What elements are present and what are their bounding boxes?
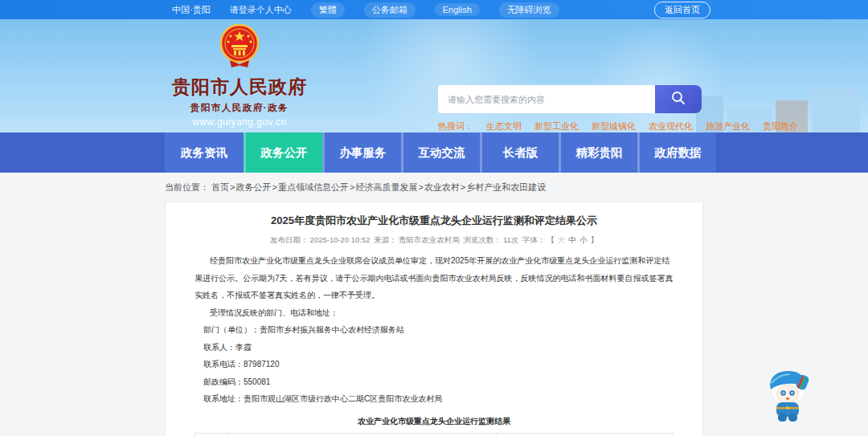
font-size-option-1[interactable]: 中 [568,235,576,244]
nav-tab-6[interactable]: 政府数据 [637,132,716,173]
source-value: 贵阳市农业农村局 [399,235,460,244]
publish-date: 2025-10-20 10:52 [310,235,371,244]
hot-search-label: 热搜词： [438,120,473,132]
breadcrumb-label: 当前位置： [165,182,209,192]
font-size-options: 大中小 [556,235,589,244]
article-title: 2025年度贵阳市农业产业化市级重点龙头企业运行监测和评定结果公示 [194,214,674,228]
topbar-link-1[interactable]: 请登录个人中心 [230,4,292,16]
hot-search-term-4[interactable]: 旅游产业化 [706,120,750,132]
topbar-link-5[interactable]: 无障碍浏览 [499,2,559,18]
table-header-0: 序号 [195,433,229,436]
article-body: 经贵阳市农业产业化市级重点龙头企业联席会议成员单位审定，现对2025年开展的农业… [194,252,674,408]
breadcrumb-path: 首页>政务公开>重点领域信息公开>经济高质量发展>农业农村>乡村产业和农田建设 [211,182,546,192]
search-input[interactable] [438,85,655,113]
breadcrumb-separator: > [461,182,465,192]
nav-tab-4[interactable]: 长者版 [480,132,559,173]
hot-search-row: 热搜词： 生态文明新型工业化新型城镇化农业现代化旅游产业化贵阳简介 [438,120,702,132]
views-label: 浏览次数： [463,235,502,244]
contact-line-0: 部门（单位）：贵阳市乡村振兴服务中心农村经济服务站 [203,321,674,339]
breadcrumb-separator: > [230,182,235,192]
return-home-button[interactable]: 返回首页 [654,2,710,18]
contact-line-2: 联系电话：87987120 [203,356,674,373]
mascot-widget[interactable] [762,364,813,423]
topbar: 中国·贵阳请登录个人中心繁體公务邮箱English无障碍浏览 返回首页 [0,0,868,19]
contact-line-3: 邮政编码：550081 [203,373,674,391]
header-banner: 贵阳市人民政府 贵阳市人民政府·政务 www.guiyang.gov.cn 热搜… [0,19,868,132]
table-header-2: 监测结果 [496,433,673,436]
national-emblem-icon [219,59,260,72]
breadcrumb-item-3[interactable]: 经济高质量发展 [355,182,417,192]
table-caption: 农业产业化市级重点龙头企业运行监测结果 [194,416,674,427]
breadcrumb-separator: > [272,182,277,192]
hot-search-term-1[interactable]: 新型工业化 [534,120,579,132]
topbar-link-3[interactable]: 公务邮箱 [364,2,416,18]
table-header-row: 序号企业名称监测结果 [195,433,674,436]
contact-line-1: 联系人：李霞 [203,339,674,357]
monitoring-result-table: 序号企业名称监测结果 1贵州合力超市采购有限公司合格2贵州友禾种业有限公司合格3… [194,433,674,436]
site-subtitle: 贵阳市人民政府·政务 [170,102,309,114]
bracket: 】 [590,235,598,244]
site-logo[interactable]: 贵阳市人民政府 贵阳市人民政府·政务 www.guiyang.gov.cn [170,23,309,128]
breadcrumb-item-5[interactable]: 乡村产业和农田建设 [466,182,546,192]
nav-tab-3[interactable]: 互动交流 [401,132,480,173]
views-value: 11次 [503,235,518,244]
article-paragraph-1: 受理情况反映的部门、电话和地址： [194,304,674,322]
table-header-1: 企业名称 [228,433,496,436]
article-meta: 发布日期：2025-10-20 10:52 来源：贵阳市农业农村局 浏览次数：1… [194,235,674,246]
hot-search-term-5[interactable]: 贵阳简介 [763,120,798,132]
hot-search-terms: 生态文明新型工业化新型城镇化农业现代化旅游产业化贵阳简介 [486,120,798,132]
breadcrumb-item-0[interactable]: 首页 [211,182,229,192]
search-icon [670,90,686,108]
skyline-silhouette [812,88,860,132]
hot-search-term-2[interactable]: 新型城镇化 [592,120,636,132]
article-paragraphs: 经贵阳市农业产业化市级重点龙头企业联席会议成员单位审定，现对2025年开展的农业… [194,252,674,321]
hot-search-term-0[interactable]: 生态文明 [486,120,522,132]
breadcrumb-item-2[interactable]: 重点领域信息公开 [278,182,349,192]
source-label: 来源： [374,235,397,244]
nav-tab-0[interactable]: 政务资讯 [165,132,244,173]
nav-tabs: 政务资讯政务公开办事服务互动交流长者版精彩贵阳政府数据 [165,132,716,173]
hot-search-term-3[interactable]: 农业现代化 [649,120,693,132]
article-card: 2025年度贵阳市农业产业化市级重点龙头企业运行监测和评定结果公示 发布日期：2… [165,202,703,436]
breadcrumb-separator: > [350,182,354,192]
nav-tab-2[interactable]: 办事服务 [322,132,401,173]
site-title: 贵阳市人民政府 [170,75,309,100]
search-button[interactable] [655,85,702,113]
topbar-link-4[interactable]: English [435,3,480,16]
publish-date-label: 发布日期： [270,235,309,244]
font-size-option-2[interactable]: 小 [579,235,588,244]
article-paragraph-0: 经贵阳市农业产业化市级重点龙头企业联席会议成员单位审定，现对2025年开展的农业… [194,252,674,304]
topbar-link-0[interactable]: 中国·贵阳 [172,4,211,16]
font-size-option-0[interactable]: 大 [558,235,566,244]
nav-tab-5[interactable]: 精彩贵阳 [559,132,637,173]
site-url: www.guiyang.gov.cn [170,116,309,128]
breadcrumb: 当前位置： 首页>政务公开>重点领域信息公开>经济高质量发展>农业农村>乡村产业… [0,173,868,202]
search-area: 热搜词： 生态文明新型工业化新型城镇化农业现代化旅游产业化贵阳简介 [438,85,702,132]
font-label: 字体： [522,235,546,244]
nav-tab-1[interactable]: 政务公开 [244,132,322,173]
topbar-link-2[interactable]: 繁體 [311,2,345,18]
contact-line-4: 联系地址：贵阳市观山湖区市级行政中心二期C区贵阳市农业农村局 [203,390,674,408]
breadcrumb-separator: > [418,182,423,192]
breadcrumb-item-4[interactable]: 农业农村 [424,182,460,192]
article-contact-lines: 部门（单位）：贵阳市乡村振兴服务中心农村经济服务站联系人：李霞联系电话：8798… [194,321,674,408]
main-navigation: 政务资讯政务公开办事服务互动交流长者版精彩贵阳政府数据 [0,132,868,173]
bracket: 【 [547,235,555,244]
mascot-character-icon [762,412,813,426]
breadcrumb-item-1[interactable]: 政务公开 [236,182,272,192]
topbar-links: 中国·贵阳请登录个人中心繁體公务邮箱English无障碍浏览 [172,2,559,18]
